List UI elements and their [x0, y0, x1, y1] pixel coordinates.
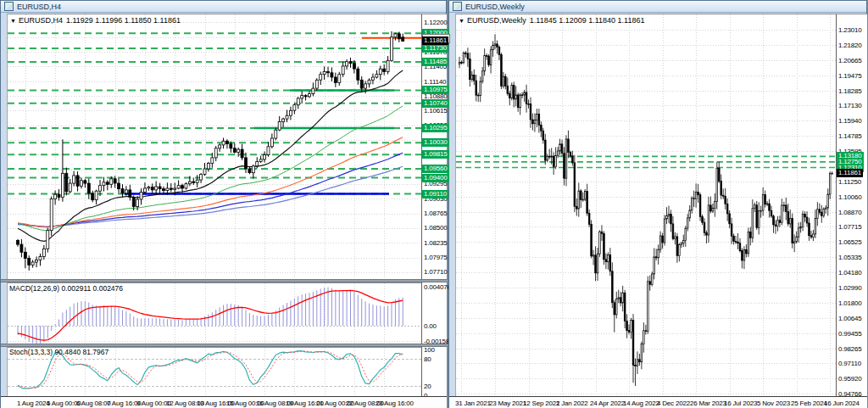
- price-tick-label: 1.08235: [424, 239, 448, 247]
- time-axis[interactable]: 1 Aug 20245 Aug 00:006 Aug 08:007 Aug 16…: [1, 396, 447, 408]
- time-tick-label: 31 Jan 2021: [455, 400, 491, 407]
- price-level-badge: 1.10740: [422, 99, 449, 108]
- price-tick-label: 0.97110: [838, 360, 861, 367]
- pane-splitter[interactable]: [1, 344, 448, 347]
- price-tick-label: 1.12200: [424, 19, 448, 26]
- price-tick-label: 1.05335: [838, 254, 862, 261]
- price-tick-label: 1.19475: [838, 72, 862, 80]
- time-tick-label: 23 Aug 16:00: [376, 400, 414, 407]
- price-tick-label: 1.07710: [424, 268, 448, 276]
- price-tick-label: 1.07715: [838, 223, 862, 231]
- price-level-badge: 1.09815: [422, 150, 449, 159]
- time-tick-label: 4 Dec 2022: [657, 400, 690, 407]
- price-tick-label: 1.10615: [424, 107, 448, 115]
- weekly-candles-svg: [456, 14, 836, 396]
- h4-price-plot[interactable]: [7, 14, 421, 279]
- price-tick-label: 1.06525: [838, 238, 862, 246]
- pane-splitter[interactable]: [1, 279, 448, 282]
- price-tick-label: 1.11140: [424, 78, 446, 86]
- info-ohlc-values: 1.11845 1.12009 1.11840 1.11861: [530, 16, 645, 25]
- price-tick-label: 1.08765: [424, 210, 448, 217]
- chart-window-eurusd-h4: EURUSD,H4 ▼EURUSD,H41.11929 1.11996 1.11…: [0, 0, 447, 408]
- window-titlebar[interactable]: EURUSD,H4: [1, 1, 446, 13]
- price-tick-label: 1.01800: [838, 299, 862, 307]
- time-tick-label: 12 Sep 2021: [523, 400, 559, 407]
- current-price-badge: 1.11861: [837, 169, 863, 177]
- price-tick-label: 1.07975: [424, 254, 448, 261]
- stoch-label: Stoch(13,3,3) 90.4840 81.7967: [9, 348, 108, 356]
- time-axis[interactable]: 31 Jan 202123 May 202112 Sep 20212 Jan 2…: [449, 396, 867, 408]
- price-tick-label: 1.23010: [838, 26, 862, 34]
- price-tick-label: 1.17130: [838, 102, 862, 109]
- price-tick-label: 1.21820: [838, 42, 862, 49]
- info-ohlc-values: 1.11929 1.11996 1.11850 1.11861: [66, 16, 181, 25]
- price-tick-label: 0.95920: [838, 375, 862, 383]
- price-tick-label: 1.14785: [838, 132, 862, 140]
- macd-label: MACD(12,26,9) 0.002911 0.002476: [9, 284, 123, 293]
- ohlc-info-line: ▼EURUSD,Weekly1.11845 1.12009 1.11840 1.…: [459, 16, 648, 25]
- price-tick-label: 1.18285: [838, 87, 862, 95]
- h4-candles-svg: [8, 14, 421, 279]
- time-tick-label: 5 Nov 2023: [757, 400, 790, 407]
- window-title: EURUSD,H4: [17, 3, 61, 11]
- price-tick-label: 1.20665: [838, 57, 862, 64]
- price-level-badge: 1.10295: [422, 124, 449, 132]
- price-tick-label: 1.08500: [424, 224, 448, 232]
- price-level-badge: 1.09560: [422, 165, 449, 173]
- macd-tick-label: 0.00: [424, 322, 437, 330]
- price-level-badge: 1.10030: [422, 138, 449, 147]
- info-symbol: EURUSD,Weekly: [467, 16, 526, 25]
- ohlc-info-line: ▼EURUSD,H41.11929 1.11996 1.11850 1.1186…: [10, 16, 184, 25]
- price-tick-label: 1.11250: [838, 178, 861, 186]
- time-tick-label: 1 Aug 2024: [17, 400, 50, 407]
- price-level-badge: 1.11485: [422, 58, 448, 66]
- price-tick-label: 0.99455: [838, 330, 862, 338]
- window-titlebar[interactable]: EURUSD,Weekly: [449, 1, 866, 13]
- price-level-badge: 1.09400: [422, 174, 449, 182]
- info-symbol: EURUSD,H4: [19, 16, 63, 25]
- price-tick-label: 0.98265: [838, 345, 862, 353]
- price-tick-label: 1.02990: [838, 284, 862, 292]
- price-tick-label: 1.15940: [838, 117, 862, 125]
- price-tick-label: 1.10060: [838, 193, 862, 201]
- price-axis: 1.230101.218201.206651.194751.182851.171…: [836, 14, 867, 396]
- time-tick-label: 23 May 2021: [489, 400, 526, 407]
- time-tick-label: 25 Feb 2024: [791, 400, 827, 407]
- symbol-expander-icon[interactable]: ▼: [10, 18, 16, 24]
- time-tick-label: 16 Jun 2024: [824, 400, 860, 407]
- price-tick-label: 1.08870: [838, 209, 862, 216]
- stoch-tick-label: 100: [424, 346, 435, 354]
- time-tick-label: 26 Mar 2023: [690, 400, 726, 407]
- chart-window-eurusd-weekly: EURUSD,Weekly ▼EURUSD,Weekly1.11845 1.12…: [448, 0, 867, 408]
- time-tick-label: 16 Jul 2023: [724, 400, 757, 407]
- time-tick-label: 6 Aug 08:00: [76, 400, 111, 407]
- price-level-badge: 1.11730: [422, 44, 448, 53]
- price-level-badge: 1.09110: [422, 190, 448, 198]
- price-tick-label: 1.00645: [838, 315, 862, 322]
- price-tick-label: 1.04180: [838, 269, 862, 277]
- price-level-badge: 1.10975: [422, 86, 449, 94]
- window-title: EURUSD,Weekly: [465, 3, 525, 11]
- chart-window-icon: [4, 2, 14, 11]
- time-tick-label: 14 Aug 2022: [623, 400, 659, 407]
- stoch-tick-label: 20: [424, 383, 431, 390]
- chart-window-icon: [453, 2, 462, 11]
- stoch-tick-label: 80: [424, 355, 431, 363]
- current-price-badge: 1.11861: [422, 36, 448, 45]
- time-tick-label: 2 Jan 2022: [556, 400, 588, 407]
- weekly-price-plot[interactable]: [455, 14, 836, 396]
- symbol-expander-icon[interactable]: ▼: [459, 18, 465, 24]
- time-tick-label: 24 Apr 2022: [590, 400, 625, 407]
- price-axis: 1.122001.116701.114051.111401.108801.106…: [421, 14, 447, 396]
- macd-tick-label: 0.004076: [424, 283, 451, 291]
